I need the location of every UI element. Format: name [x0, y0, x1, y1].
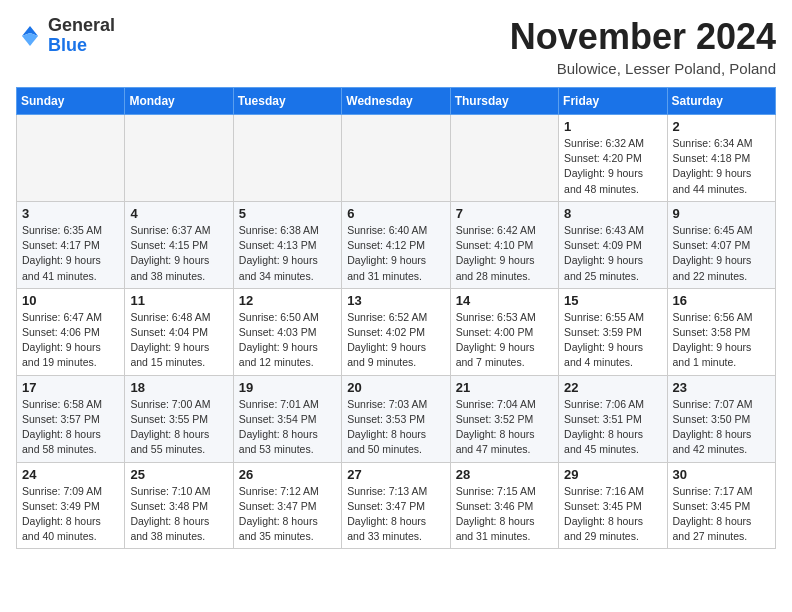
day-number: 27 — [347, 467, 444, 482]
day-number: 16 — [673, 293, 770, 308]
day-info: Sunrise: 7:17 AM Sunset: 3:45 PM Dayligh… — [673, 484, 770, 545]
col-header-friday: Friday — [559, 88, 667, 115]
col-header-saturday: Saturday — [667, 88, 775, 115]
day-cell: 10Sunrise: 6:47 AM Sunset: 4:06 PM Dayli… — [17, 288, 125, 375]
col-header-wednesday: Wednesday — [342, 88, 450, 115]
day-info: Sunrise: 6:34 AM Sunset: 4:18 PM Dayligh… — [673, 136, 770, 197]
day-number: 5 — [239, 206, 336, 221]
day-cell: 1Sunrise: 6:32 AM Sunset: 4:20 PM Daylig… — [559, 115, 667, 202]
day-info: Sunrise: 6:40 AM Sunset: 4:12 PM Dayligh… — [347, 223, 444, 284]
day-number: 12 — [239, 293, 336, 308]
week-row-2: 3Sunrise: 6:35 AM Sunset: 4:17 PM Daylig… — [17, 201, 776, 288]
day-cell: 28Sunrise: 7:15 AM Sunset: 3:46 PM Dayli… — [450, 462, 558, 549]
day-cell: 26Sunrise: 7:12 AM Sunset: 3:47 PM Dayli… — [233, 462, 341, 549]
week-row-3: 10Sunrise: 6:47 AM Sunset: 4:06 PM Dayli… — [17, 288, 776, 375]
day-cell: 24Sunrise: 7:09 AM Sunset: 3:49 PM Dayli… — [17, 462, 125, 549]
day-number: 25 — [130, 467, 227, 482]
day-cell — [233, 115, 341, 202]
day-info: Sunrise: 7:10 AM Sunset: 3:48 PM Dayligh… — [130, 484, 227, 545]
day-cell: 13Sunrise: 6:52 AM Sunset: 4:02 PM Dayli… — [342, 288, 450, 375]
day-info: Sunrise: 7:01 AM Sunset: 3:54 PM Dayligh… — [239, 397, 336, 458]
day-number: 22 — [564, 380, 661, 395]
day-number: 26 — [239, 467, 336, 482]
week-row-4: 17Sunrise: 6:58 AM Sunset: 3:57 PM Dayli… — [17, 375, 776, 462]
day-number: 6 — [347, 206, 444, 221]
day-number: 23 — [673, 380, 770, 395]
day-cell: 21Sunrise: 7:04 AM Sunset: 3:52 PM Dayli… — [450, 375, 558, 462]
day-info: Sunrise: 6:42 AM Sunset: 4:10 PM Dayligh… — [456, 223, 553, 284]
day-info: Sunrise: 7:06 AM Sunset: 3:51 PM Dayligh… — [564, 397, 661, 458]
day-info: Sunrise: 6:43 AM Sunset: 4:09 PM Dayligh… — [564, 223, 661, 284]
title-area: November 2024 Bulowice, Lesser Poland, P… — [510, 16, 776, 77]
day-info: Sunrise: 7:13 AM Sunset: 3:47 PM Dayligh… — [347, 484, 444, 545]
day-number: 10 — [22, 293, 119, 308]
day-number: 29 — [564, 467, 661, 482]
day-info: Sunrise: 6:35 AM Sunset: 4:17 PM Dayligh… — [22, 223, 119, 284]
day-cell: 9Sunrise: 6:45 AM Sunset: 4:07 PM Daylig… — [667, 201, 775, 288]
day-number: 8 — [564, 206, 661, 221]
day-cell: 7Sunrise: 6:42 AM Sunset: 4:10 PM Daylig… — [450, 201, 558, 288]
day-info: Sunrise: 6:47 AM Sunset: 4:06 PM Dayligh… — [22, 310, 119, 371]
day-info: Sunrise: 7:15 AM Sunset: 3:46 PM Dayligh… — [456, 484, 553, 545]
day-cell: 12Sunrise: 6:50 AM Sunset: 4:03 PM Dayli… — [233, 288, 341, 375]
day-cell: 20Sunrise: 7:03 AM Sunset: 3:53 PM Dayli… — [342, 375, 450, 462]
day-number: 9 — [673, 206, 770, 221]
day-cell: 19Sunrise: 7:01 AM Sunset: 3:54 PM Dayli… — [233, 375, 341, 462]
day-info: Sunrise: 6:45 AM Sunset: 4:07 PM Dayligh… — [673, 223, 770, 284]
logo-blue-text: Blue — [48, 35, 87, 55]
day-number: 4 — [130, 206, 227, 221]
day-info: Sunrise: 7:12 AM Sunset: 3:47 PM Dayligh… — [239, 484, 336, 545]
day-cell: 30Sunrise: 7:17 AM Sunset: 3:45 PM Dayli… — [667, 462, 775, 549]
col-header-thursday: Thursday — [450, 88, 558, 115]
day-number: 18 — [130, 380, 227, 395]
day-info: Sunrise: 6:32 AM Sunset: 4:20 PM Dayligh… — [564, 136, 661, 197]
header: General Blue November 2024 Bulowice, Les… — [16, 16, 776, 77]
day-cell — [342, 115, 450, 202]
day-number: 7 — [456, 206, 553, 221]
day-info: Sunrise: 6:55 AM Sunset: 3:59 PM Dayligh… — [564, 310, 661, 371]
day-cell: 23Sunrise: 7:07 AM Sunset: 3:50 PM Dayli… — [667, 375, 775, 462]
day-info: Sunrise: 6:56 AM Sunset: 3:58 PM Dayligh… — [673, 310, 770, 371]
day-number: 14 — [456, 293, 553, 308]
col-header-sunday: Sunday — [17, 88, 125, 115]
day-info: Sunrise: 6:38 AM Sunset: 4:13 PM Dayligh… — [239, 223, 336, 284]
day-number: 2 — [673, 119, 770, 134]
day-number: 21 — [456, 380, 553, 395]
calendar-table: SundayMondayTuesdayWednesdayThursdayFrid… — [16, 87, 776, 549]
day-number: 13 — [347, 293, 444, 308]
day-cell: 15Sunrise: 6:55 AM Sunset: 3:59 PM Dayli… — [559, 288, 667, 375]
day-cell: 25Sunrise: 7:10 AM Sunset: 3:48 PM Dayli… — [125, 462, 233, 549]
day-info: Sunrise: 6:52 AM Sunset: 4:02 PM Dayligh… — [347, 310, 444, 371]
day-number: 28 — [456, 467, 553, 482]
day-info: Sunrise: 7:07 AM Sunset: 3:50 PM Dayligh… — [673, 397, 770, 458]
col-header-monday: Monday — [125, 88, 233, 115]
day-cell: 18Sunrise: 7:00 AM Sunset: 3:55 PM Dayli… — [125, 375, 233, 462]
day-number: 1 — [564, 119, 661, 134]
week-row-5: 24Sunrise: 7:09 AM Sunset: 3:49 PM Dayli… — [17, 462, 776, 549]
day-info: Sunrise: 6:37 AM Sunset: 4:15 PM Dayligh… — [130, 223, 227, 284]
day-cell: 27Sunrise: 7:13 AM Sunset: 3:47 PM Dayli… — [342, 462, 450, 549]
day-number: 24 — [22, 467, 119, 482]
day-cell: 16Sunrise: 6:56 AM Sunset: 3:58 PM Dayli… — [667, 288, 775, 375]
day-info: Sunrise: 7:03 AM Sunset: 3:53 PM Dayligh… — [347, 397, 444, 458]
logo-icon — [16, 22, 44, 50]
day-info: Sunrise: 6:53 AM Sunset: 4:00 PM Dayligh… — [456, 310, 553, 371]
day-info: Sunrise: 7:16 AM Sunset: 3:45 PM Dayligh… — [564, 484, 661, 545]
day-info: Sunrise: 6:48 AM Sunset: 4:04 PM Dayligh… — [130, 310, 227, 371]
day-number: 19 — [239, 380, 336, 395]
day-info: Sunrise: 7:04 AM Sunset: 3:52 PM Dayligh… — [456, 397, 553, 458]
day-cell — [125, 115, 233, 202]
day-info: Sunrise: 6:50 AM Sunset: 4:03 PM Dayligh… — [239, 310, 336, 371]
day-cell: 29Sunrise: 7:16 AM Sunset: 3:45 PM Dayli… — [559, 462, 667, 549]
day-number: 3 — [22, 206, 119, 221]
day-cell — [17, 115, 125, 202]
day-number: 20 — [347, 380, 444, 395]
col-header-tuesday: Tuesday — [233, 88, 341, 115]
day-number: 11 — [130, 293, 227, 308]
day-number: 15 — [564, 293, 661, 308]
day-info: Sunrise: 7:00 AM Sunset: 3:55 PM Dayligh… — [130, 397, 227, 458]
day-info: Sunrise: 7:09 AM Sunset: 3:49 PM Dayligh… — [22, 484, 119, 545]
day-cell: 6Sunrise: 6:40 AM Sunset: 4:12 PM Daylig… — [342, 201, 450, 288]
week-row-1: 1Sunrise: 6:32 AM Sunset: 4:20 PM Daylig… — [17, 115, 776, 202]
day-cell: 2Sunrise: 6:34 AM Sunset: 4:18 PM Daylig… — [667, 115, 775, 202]
